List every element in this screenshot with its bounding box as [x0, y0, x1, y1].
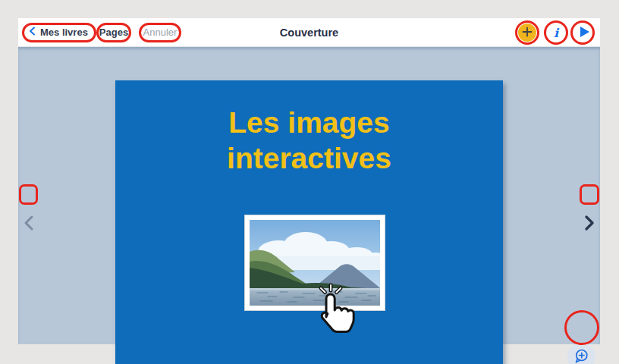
cover-title-line1: Les images	[115, 105, 503, 140]
chevron-left-icon	[23, 215, 35, 234]
prev-page-button[interactable]	[20, 215, 38, 233]
info-italic-i-icon: i	[554, 26, 558, 40]
page-title: Couverture	[18, 18, 600, 47]
add-comment-button[interactable]	[567, 343, 595, 364]
book-cover-page[interactable]: Les images interactives	[115, 80, 503, 364]
play-button[interactable]	[576, 24, 594, 42]
add-comment-bubble-icon	[573, 348, 589, 364]
add-content-button[interactable]	[518, 24, 536, 42]
info-button[interactable]: i	[547, 24, 565, 42]
next-page-button[interactable]	[580, 215, 599, 233]
app-window: Mes livres Pages Annuler Couverture i	[18, 18, 600, 344]
tap-hand-cursor-icon	[310, 282, 358, 340]
cover-title: Les images interactives	[115, 105, 503, 176]
workspace: Les images interactives	[18, 47, 600, 344]
play-triangle-icon	[580, 26, 590, 40]
plus-icon	[522, 27, 533, 39]
screen: Mes livres Pages Annuler Couverture i	[0, 0, 619, 364]
toolbar: Mes livres Pages Annuler Couverture i	[18, 18, 600, 47]
cover-title-line2: interactives	[115, 140, 503, 176]
chevron-right-icon	[583, 215, 595, 234]
